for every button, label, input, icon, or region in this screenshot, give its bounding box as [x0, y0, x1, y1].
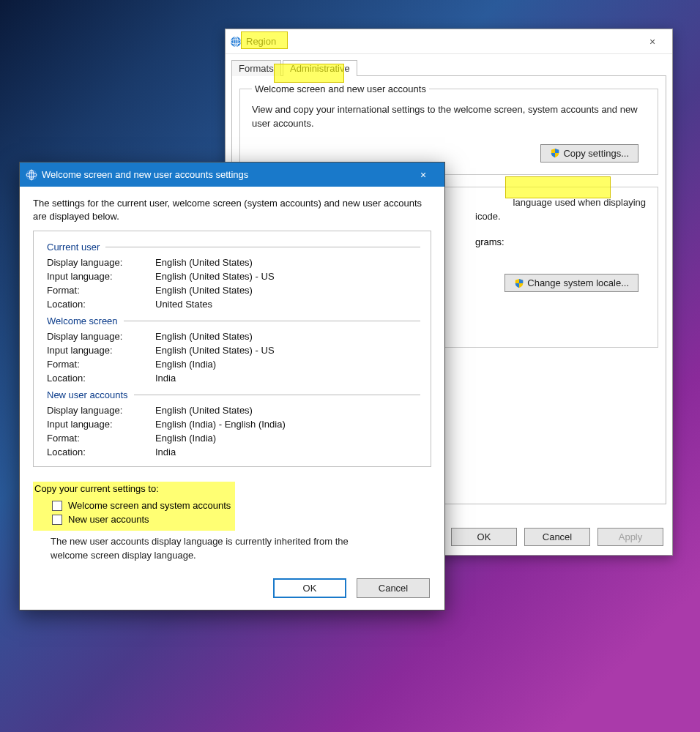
- kv-row: Input language:English (India) - English…: [44, 417, 420, 431]
- welcome-screen-legend: Welcome screen and new user accounts: [252, 83, 429, 94]
- kv-row: Location:India: [44, 445, 420, 459]
- copy-settings-button[interactable]: Copy settings...: [540, 144, 638, 163]
- section-heading-welcome-screen: Welcome screen: [44, 311, 420, 329]
- kv-row: Format:English (India): [44, 431, 420, 445]
- checkbox-new-user-label: New user accounts: [68, 514, 149, 525]
- checkbox-new-user-row[interactable]: New user accounts: [34, 512, 231, 526]
- uac-shield-icon: [514, 278, 524, 288]
- settings-display-box: Current user Display language:English (U…: [33, 231, 431, 467]
- kv-row: Format:English (India): [44, 357, 420, 371]
- region-ok-button[interactable]: OK: [451, 528, 517, 546]
- close-icon: ×: [649, 37, 655, 47]
- kv-row: Format:English (United States): [44, 283, 420, 297]
- modal-titlebar[interactable]: Welcome screen and new user accounts set…: [20, 163, 444, 187]
- globe-icon: [230, 36, 242, 48]
- checkbox-welcome-screen[interactable]: [52, 501, 62, 511]
- modal-close-button[interactable]: ×: [408, 165, 439, 185]
- kv-row: Display language:English (United States): [44, 329, 420, 343]
- modal-ok-button[interactable]: OK: [273, 578, 346, 598]
- region-window-title: Region: [246, 36, 276, 47]
- welcome-screen-description: View and copy your international setting…: [252, 103, 646, 131]
- section-heading-new-user: New user accounts: [44, 385, 420, 403]
- copy-settings-label: Copy settings...: [563, 148, 629, 159]
- kv-row: Display language:English (United States): [44, 403, 420, 417]
- close-icon: ×: [420, 170, 426, 180]
- copy-settings-heading: Copy your current settings to:: [34, 483, 231, 494]
- kv-row: Location:India: [44, 371, 420, 385]
- modal-cancel-button[interactable]: Cancel: [357, 578, 430, 598]
- kv-row: Display language:English (United States): [44, 255, 420, 269]
- region-apply-button[interactable]: Apply: [597, 528, 663, 546]
- region-tabstrip: Formats Administrative: [226, 54, 672, 75]
- region-cancel-button[interactable]: Cancel: [524, 528, 590, 546]
- checkbox-new-user[interactable]: [52, 515, 62, 525]
- modal-button-row: OK Cancel: [20, 568, 444, 610]
- change-system-locale-button[interactable]: Change system locale...: [504, 274, 638, 292]
- region-close-button[interactable]: ×: [637, 31, 668, 52]
- annotation-highlight: Copy your current settings to: Welcome s…: [33, 482, 235, 531]
- uac-shield-icon: [550, 148, 560, 158]
- change-system-locale-label: Change system locale...: [527, 277, 629, 288]
- modal-title: Welcome screen and new user accounts set…: [42, 169, 248, 180]
- region-titlebar[interactable]: Region ×: [226, 29, 672, 54]
- modal-intro-text: The settings for the current user, welco…: [33, 197, 431, 223]
- globe-icon: [26, 169, 37, 181]
- tab-formats[interactable]: Formats: [231, 60, 281, 76]
- copy-settings-section: Copy your current settings to: Welcome s…: [33, 482, 431, 561]
- kv-row: Input language:English (United States) -…: [44, 269, 420, 283]
- kv-row: Location:United States: [44, 297, 420, 311]
- kv-row: Input language:English (United States) -…: [44, 343, 420, 357]
- checkbox-welcome-screen-label: Welcome screen and system accounts: [68, 500, 231, 511]
- modal-body: The settings for the current user, welco…: [20, 187, 444, 568]
- locale-programs-label-partial: grams:: [475, 236, 504, 247]
- tab-administrative[interactable]: Administrative: [283, 60, 357, 76]
- copy-settings-modal: Welcome screen and new user accounts set…: [19, 162, 445, 610]
- region-dialog-buttons: OK Cancel Apply: [451, 528, 663, 546]
- checkbox-welcome-screen-row[interactable]: Welcome screen and system accounts: [34, 498, 231, 512]
- inherit-notice-text: The new user accounts display language i…: [33, 531, 384, 561]
- section-heading-current-user: Current user: [44, 237, 420, 255]
- welcome-screen-group: Welcome screen and new user accounts Vie…: [239, 83, 658, 175]
